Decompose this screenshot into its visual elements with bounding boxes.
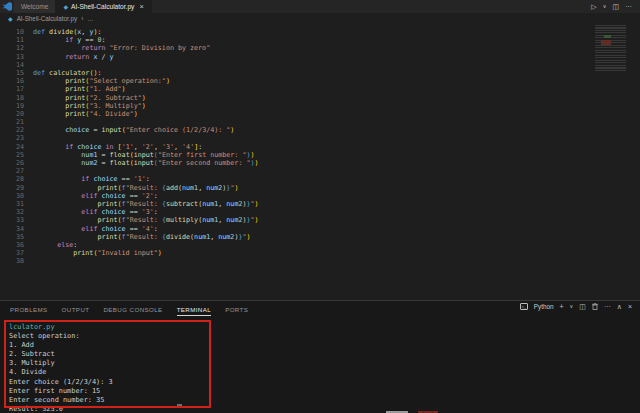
- code-line: 24 if choice in ['1', '2', '3', '4']:: [0, 143, 640, 151]
- panel-tab-output[interactable]: OUTPUT: [62, 303, 90, 315]
- terminal-line: 3. Multiply: [9, 359, 640, 368]
- minimap-mark: [604, 35, 611, 38]
- terminal-line: Result: 525.0: [9, 405, 640, 413]
- line-number: 20: [0, 110, 24, 118]
- code-line: 20 print("4. Divide"): [0, 110, 640, 118]
- code-line: 27: [0, 167, 640, 175]
- panel-more-icon[interactable]: ⋯: [604, 303, 611, 310]
- tab-active-file-label: AI-Shell-Calculator.py: [71, 3, 134, 10]
- kill-terminal-icon[interactable]: [592, 303, 598, 310]
- code-line: 22 choice = input("Enter choice (1/2/3/4…: [0, 126, 640, 134]
- line-number: 31: [0, 200, 24, 208]
- run-button[interactable]: ▷: [591, 3, 596, 10]
- code-line: 36 else:: [0, 241, 640, 249]
- code-line: 21: [0, 118, 640, 126]
- code-line: 26 num2 = float(input("Enter second numb…: [0, 159, 640, 167]
- code-line: 34 elif choice == '4':: [0, 225, 640, 233]
- code-line: 38: [0, 257, 640, 265]
- editor-actions: ▷ ∨ ◫ ⋯: [591, 0, 640, 13]
- line-number: 28: [0, 175, 24, 183]
- line-number: 27: [0, 167, 24, 175]
- code-lines: 10def divide(x, y):11 if y == 0:12 retur…: [0, 28, 640, 265]
- breadcrumb[interactable]: ◆ AI-Shell-Calculator.py › …: [0, 13, 640, 24]
- line-number: 29: [0, 184, 24, 192]
- terminal-line: Enter second number: 35: [9, 396, 640, 405]
- tab-active-file[interactable]: ◆ AI-Shell-Calculator.py ×: [56, 0, 151, 13]
- terminal-line: Select operation:: [9, 332, 640, 341]
- code-line: 17 print("1. Add"): [0, 85, 640, 93]
- code-line: 11 if y == 0:: [0, 36, 640, 44]
- code-line: 28 if choice == '1':: [0, 175, 640, 183]
- terminal-actions: >_ Python + ∨ ◫ ⋯ ∧ ×: [520, 303, 632, 310]
- line-number: 30: [0, 192, 24, 200]
- line-number: 13: [0, 53, 24, 61]
- panel-tab-problems[interactable]: PROBLEMS: [10, 303, 48, 315]
- tab-welcome-label: Welcome: [21, 3, 48, 10]
- code-line: 35 print(f"Result: {divide(num1, num2)}"…: [0, 233, 640, 241]
- code-line: 25 num1 = float(input("Enter first numbe…: [0, 151, 640, 159]
- line-number: 26: [0, 159, 24, 167]
- breadcrumb-more[interactable]: …: [87, 15, 93, 22]
- terminal-line: 4. Divide: [9, 368, 640, 377]
- code-line: 19 print("3. Multiply"): [0, 102, 640, 110]
- tab-welcome[interactable]: Welcome: [14, 0, 56, 13]
- code-line: 31 print(f"Result: {subtract(num1, num2)…: [0, 200, 640, 208]
- vscode-logo-icon: [0, 0, 14, 13]
- run-dropdown-icon[interactable]: ∨: [603, 4, 607, 9]
- breadcrumb-file[interactable]: AI-Shell-Calculator.py: [17, 15, 78, 22]
- terminal-line: Enter first number: 15: [9, 387, 640, 396]
- line-number: 19: [0, 102, 24, 110]
- breadcrumb-separator-icon: ›: [81, 15, 83, 22]
- new-terminal-icon[interactable]: +: [559, 303, 563, 310]
- terminal-line: 2. Subtract: [9, 350, 640, 359]
- line-number: 12: [0, 44, 24, 52]
- shell-label[interactable]: Python: [534, 303, 554, 310]
- line-number: 10: [0, 28, 24, 36]
- code-line: 32 elif choice == '3':: [0, 208, 640, 216]
- line-number: 36: [0, 241, 24, 249]
- more-actions-icon[interactable]: ⋯: [625, 3, 632, 10]
- close-tab-icon[interactable]: ×: [139, 2, 143, 11]
- line-number: 21: [0, 118, 24, 126]
- split-terminal-icon[interactable]: ◫: [579, 303, 586, 310]
- panel-tab-ports[interactable]: PORTS: [225, 303, 248, 315]
- minimap-mark: [601, 40, 611, 45]
- terminal-cursor: [177, 404, 182, 406]
- line-number: 15: [0, 69, 24, 77]
- close-panel-icon[interactable]: ×: [628, 303, 632, 310]
- line-number: 24: [0, 143, 24, 151]
- line-number: 16: [0, 77, 24, 85]
- terminal-dropdown-icon[interactable]: ∨: [569, 304, 573, 309]
- code-line: 18 print("2. Subtract"): [0, 94, 640, 102]
- bottom-panel: PROBLEMSOUTPUTDEBUG CONSOLETERMINALPORTS…: [0, 300, 640, 413]
- line-number: 14: [0, 61, 24, 69]
- line-number: 23: [0, 134, 24, 142]
- terminal-line: lculator.py: [9, 323, 640, 332]
- line-number: 35: [0, 233, 24, 241]
- line-number: 37: [0, 249, 24, 257]
- terminal-profile-icon: >_: [520, 303, 528, 310]
- code-line: 14: [0, 61, 640, 69]
- terminal-output[interactable]: lculator.pySelect operation:1. Add2. Sub…: [0, 317, 640, 413]
- code-line: 15def calculator():: [0, 69, 640, 77]
- line-number: 32: [0, 208, 24, 216]
- code-line: 10def divide(x, y):: [0, 28, 640, 36]
- code-line: 37 print("Invalid input"): [0, 249, 640, 257]
- python-file-icon: ◆: [8, 16, 13, 22]
- minimap[interactable]: [595, 25, 626, 71]
- code-editor[interactable]: 10def divide(x, y):11 if y == 0:12 retur…: [0, 24, 640, 300]
- maximize-panel-icon[interactable]: ∧: [617, 303, 622, 310]
- line-number: 11: [0, 36, 24, 44]
- code-line: 33 print(f"Result: {multiply(num1, num2)…: [0, 216, 640, 224]
- python-file-icon: ◆: [63, 4, 68, 10]
- code-line: 13 return x / y: [0, 53, 640, 61]
- line-number: 22: [0, 126, 24, 134]
- vscode-window: Welcome ◆ AI-Shell-Calculator.py × ▷ ∨ ◫…: [0, 0, 640, 413]
- code-line: 23: [0, 134, 640, 142]
- line-number: 38: [0, 257, 24, 265]
- panel-tab-terminal[interactable]: TERMINAL: [177, 303, 212, 316]
- panel-tab-debug-console[interactable]: DEBUG CONSOLE: [103, 303, 162, 315]
- split-editor-icon[interactable]: ◫: [612, 3, 619, 10]
- line-number: 18: [0, 94, 24, 102]
- terminal-line: 1. Add: [9, 341, 640, 350]
